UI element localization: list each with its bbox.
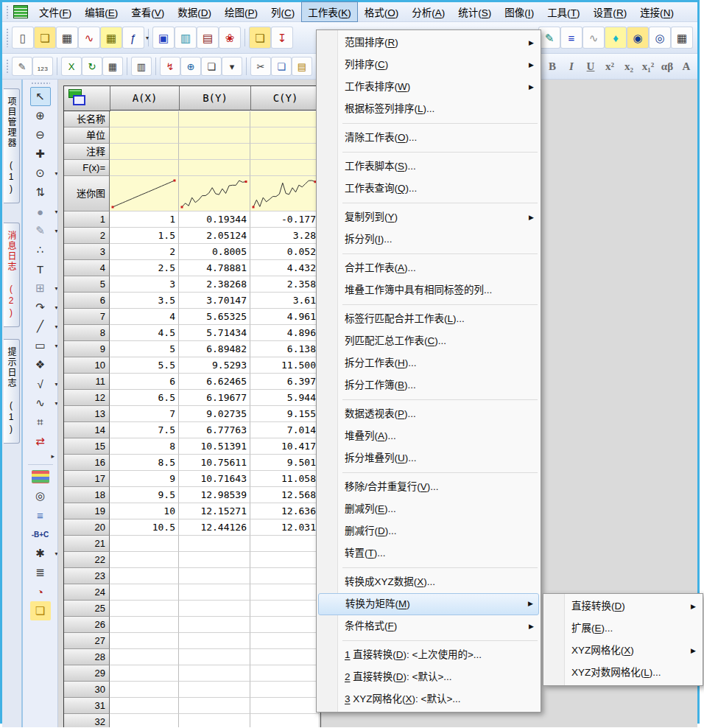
zoom-out-tool[interactable]: ⊖ bbox=[30, 125, 51, 144]
worksheet-cell[interactable]: 2.5 bbox=[110, 260, 179, 276]
menubar-item[interactable]: 工作表(K) bbox=[301, 1, 358, 22]
worksheet-cell[interactable] bbox=[110, 584, 179, 601]
worksheet-cell[interactable] bbox=[110, 601, 179, 617]
row-number-cell[interactable]: 20 bbox=[64, 519, 110, 536]
dropdown-arrow-icon[interactable]: ▾ bbox=[54, 343, 57, 349]
import-multiple-icon[interactable]: ▥ bbox=[132, 57, 151, 75]
worksheet-cell[interactable]: 9.5 bbox=[110, 487, 179, 503]
sparkline-cell[interactable] bbox=[110, 176, 179, 211]
worksheet-cell[interactable] bbox=[110, 617, 179, 633]
worksheet-cell[interactable]: 9.155 bbox=[250, 406, 320, 422]
menu-item[interactable]: 工作表排序(W)▶ bbox=[318, 76, 539, 98]
worksheet-cell[interactable]: 1.5 bbox=[110, 228, 179, 244]
worksheet-cell[interactable] bbox=[179, 698, 250, 714]
submenu-item[interactable]: XYZ网格化(X)▶ bbox=[545, 640, 701, 662]
dropdown-arrow-icon[interactable]: ▾ bbox=[54, 323, 57, 330]
row-number-cell[interactable]: 10 bbox=[64, 357, 110, 374]
worksheet-cell[interactable]: 2.38268 bbox=[179, 276, 250, 293]
worksheet-cell[interactable] bbox=[110, 698, 179, 714]
menu-item[interactable]: 拆分堆叠列(U)... bbox=[318, 447, 539, 469]
row-number-cell[interactable]: 14 bbox=[64, 422, 110, 438]
menu-item[interactable]: 移除/合并重复行(V)... bbox=[318, 476, 539, 498]
worksheet-cell[interactable]: 12.98539 bbox=[179, 487, 250, 503]
zoom-in-tool[interactable]: ⊕ bbox=[30, 106, 51, 125]
row-number-cell[interactable]: 16 bbox=[64, 455, 110, 471]
search-icon[interactable]: ◉ bbox=[627, 27, 648, 48]
worksheet-cell[interactable] bbox=[250, 111, 320, 127]
row-label-cell[interactable]: 迷你图 bbox=[64, 176, 110, 211]
worksheet-cell[interactable]: 12.15271 bbox=[179, 503, 250, 519]
row-number-cell[interactable]: 4 bbox=[64, 260, 110, 276]
worksheet-cell[interactable]: 5.71434 bbox=[179, 325, 250, 341]
underline-icon[interactable]: U bbox=[582, 58, 599, 74]
import-clone-icon[interactable]: ❏ bbox=[202, 57, 221, 75]
worksheet-cell[interactable] bbox=[250, 127, 320, 144]
column-header-c[interactable]: C(Y) bbox=[251, 86, 320, 111]
worksheet-cell[interactable] bbox=[110, 111, 179, 127]
worksheet-cell[interactable]: 10.417 bbox=[250, 438, 320, 455]
worksheet-cell[interactable]: 0.8005 bbox=[179, 244, 250, 260]
worksheet-cell[interactable] bbox=[250, 649, 320, 665]
menu-item[interactable]: 列匹配汇总工作表(C)... bbox=[318, 330, 539, 352]
rescale-tool[interactable]: ⇄ bbox=[30, 432, 51, 451]
row-number-cell[interactable]: 24 bbox=[64, 584, 110, 601]
reimport-icon[interactable]: ↻ bbox=[82, 57, 102, 75]
pan-tool[interactable]: ❖ bbox=[30, 355, 51, 374]
worksheet-cell[interactable] bbox=[110, 160, 179, 176]
row-number-cell[interactable]: 30 bbox=[64, 682, 110, 698]
worksheet-cell[interactable] bbox=[250, 601, 320, 617]
worksheet-cell[interactable]: 11.058 bbox=[250, 471, 320, 487]
greek-icon[interactable]: αβ bbox=[659, 58, 675, 74]
mask-tool[interactable]: ●▾ bbox=[30, 202, 51, 221]
screen-reader-tool[interactable]: ✚ bbox=[30, 144, 51, 164]
palette-grip[interactable] bbox=[31, 82, 50, 85]
sparkline-cell[interactable] bbox=[179, 176, 250, 211]
row-number-cell[interactable]: 18 bbox=[64, 487, 110, 503]
toolbar-grip[interactable] bbox=[6, 59, 10, 74]
worksheet-cell[interactable]: 8 bbox=[110, 438, 179, 455]
menubar-item[interactable]: 绘图(P) bbox=[218, 1, 264, 22]
arrow-tool[interactable]: ↷▾ bbox=[30, 298, 51, 317]
pan-axes-tool[interactable]: ⌗ bbox=[30, 413, 51, 432]
worksheet-cell[interactable]: 2.05124 bbox=[179, 228, 250, 244]
row-number-cell[interactable]: 28 bbox=[64, 649, 110, 665]
new-graph-icon[interactable]: ∿ bbox=[79, 27, 99, 48]
menu-item[interactable]: 数据透视表(P)... bbox=[318, 403, 539, 425]
data-cursor-tool[interactable]: ⇅ bbox=[30, 183, 51, 202]
worksheet-cell[interactable] bbox=[250, 682, 320, 698]
column-header-a[interactable]: A(X) bbox=[110, 86, 180, 111]
worksheet-cell[interactable]: 7.5 bbox=[110, 422, 179, 438]
worksheet-cell[interactable]: 10.71643 bbox=[179, 471, 250, 487]
reimport-direct-icon[interactable]: ▦ bbox=[103, 57, 122, 75]
open-icon[interactable]: ❏ bbox=[35, 27, 55, 48]
worksheet-cell[interactable] bbox=[250, 714, 320, 727]
menubar-item[interactable]: 工具(T) bbox=[541, 1, 586, 22]
merge-graphs-icon[interactable]: ∿ bbox=[583, 27, 604, 48]
dropdown-arrow-icon[interactable]: ▾ bbox=[54, 228, 57, 234]
copy-icon[interactable]: ❏ bbox=[272, 57, 291, 75]
worksheet-cell[interactable]: 5.5 bbox=[110, 357, 179, 374]
menu-item[interactable]: 标签行匹配合并工作表(L)... bbox=[318, 308, 539, 330]
worksheet-cell[interactable]: 10.51391 bbox=[179, 438, 250, 455]
submenu-item[interactable]: 扩展(E)... bbox=[545, 617, 701, 640]
menubar-item[interactable]: 设置(R) bbox=[586, 1, 633, 22]
circle-tool[interactable]: ◎ bbox=[30, 486, 51, 505]
worksheet-cell[interactable] bbox=[110, 665, 179, 682]
cut-icon[interactable]: ✂ bbox=[251, 57, 270, 75]
menu-item[interactable]: 拆分工作簿(B)... bbox=[318, 374, 539, 396]
object-manager-icon[interactable]: ♦ bbox=[605, 27, 626, 48]
worksheet-corner-cell[interactable] bbox=[64, 86, 110, 111]
worksheet-cell[interactable] bbox=[250, 144, 320, 160]
menu-item[interactable]: 堆叠列(A)... bbox=[318, 425, 539, 447]
import-database-icon[interactable]: ↯ bbox=[161, 57, 180, 75]
worksheet-cell[interactable] bbox=[179, 649, 250, 665]
column-header-b[interactable]: B(Y) bbox=[180, 86, 251, 111]
stamp-folder-icon[interactable]: ❏ bbox=[30, 601, 51, 620]
worksheet-cell[interactable]: 8.5 bbox=[110, 455, 179, 471]
worksheet-cell[interactable] bbox=[179, 633, 250, 649]
shape-tool[interactable]: ▭▾ bbox=[30, 336, 51, 355]
time-stamp-icon[interactable]: ◔ bbox=[30, 582, 51, 601]
open-template-icon[interactable]: ❏ bbox=[250, 27, 270, 48]
worksheet-cell[interactable] bbox=[250, 584, 320, 601]
worksheet-cell[interactable]: 6.5 bbox=[110, 390, 179, 406]
